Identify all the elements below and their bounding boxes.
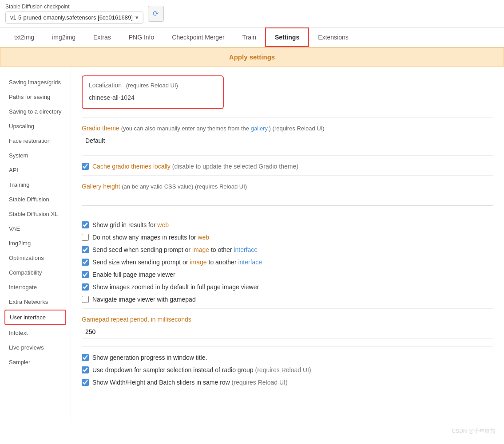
localization-label: Localization (requires Reload UI) <box>89 82 217 89</box>
gradio-theme-setting: Gradio theme (you can also manually ente… <box>82 125 493 147</box>
refresh-button[interactable]: ⟳ <box>148 6 164 22</box>
use-dropdown-sampler-row: Use dropdown for sampler selection inste… <box>82 366 493 373</box>
navigate-gamepad-row: Navigate image viewer with gamepad <box>82 296 493 303</box>
do-not-show-label[interactable]: Do not show any images in results for we… <box>92 234 209 241</box>
show-generation-progress-row: Show generation progress in window title… <box>82 354 493 361</box>
show-grid-checkbox[interactable] <box>82 221 89 228</box>
divider-3 <box>82 175 493 176</box>
show-generation-progress-checkbox[interactable] <box>82 354 89 361</box>
show-generation-progress-label[interactable]: Show generation progress in window title… <box>92 354 207 361</box>
cache-gradio-label[interactable]: Cache gradio themes locally (disable to … <box>92 163 298 170</box>
divider-6 <box>82 346 493 347</box>
send-size-label[interactable]: Send size when sending prompt or image t… <box>92 259 262 266</box>
sidebar-item-paths-for-saving[interactable]: Paths for saving <box>4 90 66 104</box>
tab-extras[interactable]: Extras <box>84 28 120 46</box>
tab-txt2img[interactable]: txt2img <box>5 28 43 46</box>
sidebar-item-vae[interactable]: VAE <box>4 222 66 236</box>
sidebar-item-compatibility[interactable]: Compatibility <box>4 266 66 279</box>
sidebar-item-saving-to-directory[interactable]: Saving to a directory <box>4 105 66 118</box>
navigate-gamepad-label[interactable]: Navigate image viewer with gamepad <box>92 296 196 303</box>
sidebar-item-live-previews[interactable]: Live previews <box>4 341 66 354</box>
sidebar-item-stable-diffusion-xl[interactable]: Stable Diffusion XL <box>4 207 66 221</box>
tab-img2img[interactable]: img2img <box>43 28 84 46</box>
use-dropdown-sampler-label[interactable]: Use dropdown for sampler selection inste… <box>92 366 311 373</box>
sidebar-item-face-restoration[interactable]: Face restoration <box>4 134 66 148</box>
sidebar-item-upscaling[interactable]: Upscaling <box>4 119 66 133</box>
checkpoint-value: v1-5-pruned-emaonly.safetensors [6ce0161… <box>10 14 133 21</box>
enable-full-page-label[interactable]: Enable full page image viewer <box>92 271 175 278</box>
gallery-height-label: Gallery height (an be any valid CSS valu… <box>82 183 493 190</box>
do-not-show-row: Do not show any images in results for we… <box>82 234 493 241</box>
sidebar-item-extra-networks[interactable]: Extra Networks <box>4 295 66 309</box>
chevron-down-icon: ▾ <box>135 14 139 21</box>
divider-1 <box>82 117 493 118</box>
gamepad-repeat-label: Gamepad repeat period, in milliseconds <box>82 316 493 323</box>
cache-gradio-row: Cache gradio themes locally (disable to … <box>82 163 493 170</box>
sidebar-item-api[interactable]: API <box>4 163 66 177</box>
show-zoomed-row: Show images zoomed in by default in full… <box>82 283 493 291</box>
nav-tabs: txt2img img2img Extras PNG Info Checkpoi… <box>0 28 504 47</box>
gamepad-repeat-setting: Gamepad repeat period, in milliseconds <box>82 316 493 338</box>
do-not-show-checkbox[interactable] <box>82 234 89 241</box>
sidebar-item-optimizations[interactable]: Optimizations <box>4 251 66 265</box>
sidebar-item-sampler[interactable]: Sampler <box>4 355 66 369</box>
checkpoint-select[interactable]: v1-5-pruned-emaonly.safetensors [6ce0161… <box>5 12 143 24</box>
settings-content: Localization (requires Reload UI) chines… <box>71 67 504 421</box>
divider-2 <box>82 155 493 156</box>
gradio-theme-label: Gradio theme (you can also manually ente… <box>82 125 493 132</box>
gamepad-repeat-input[interactable] <box>82 326 493 338</box>
cache-gradio-checkbox[interactable] <box>82 163 89 170</box>
sidebar-item-system[interactable]: System <box>4 149 66 162</box>
enable-full-page-checkbox[interactable] <box>82 271 89 278</box>
send-seed-row: Send seed when sending prompt or image t… <box>82 246 493 253</box>
tab-checkpoint-merger[interactable]: Checkpoint Merger <box>163 28 233 46</box>
main-layout: Saving images/grids Paths for saving Sav… <box>0 67 504 421</box>
sidebar: Saving images/grids Paths for saving Sav… <box>0 67 71 421</box>
sidebar-item-user-interface[interactable]: User interface <box>4 310 66 325</box>
tab-extensions[interactable]: Extensions <box>309 28 357 46</box>
use-dropdown-sampler-checkbox[interactable] <box>82 366 89 373</box>
send-seed-label[interactable]: Send seed when sending prompt or image t… <box>92 246 258 253</box>
show-zoomed-checkbox[interactable] <box>82 283 89 291</box>
send-size-row: Send size when sending prompt or image t… <box>82 259 493 266</box>
apply-settings-banner[interactable]: Apply settings <box>0 47 504 67</box>
show-width-height-label[interactable]: Show Width/Height and Batch sliders in s… <box>92 379 288 386</box>
divider-4 <box>82 214 493 214</box>
refresh-icon: ⟳ <box>153 9 159 18</box>
show-width-height-row: Show Width/Height and Batch sliders in s… <box>82 379 493 386</box>
localization-value: chinese-all-1024 <box>89 92 217 103</box>
show-grid-row: Show grid in results for web <box>82 221 493 228</box>
tab-settings[interactable]: Settings <box>265 28 309 47</box>
sidebar-item-saving-images[interactable]: Saving images/grids <box>4 75 66 89</box>
gallery-height-input[interactable] <box>82 193 493 206</box>
show-zoomed-label[interactable]: Show images zoomed in by default in full… <box>92 283 259 291</box>
send-size-checkbox[interactable] <box>82 259 89 266</box>
divider-5 <box>82 308 493 309</box>
show-width-height-checkbox[interactable] <box>82 379 89 386</box>
tab-train[interactable]: Train <box>234 28 265 46</box>
send-seed-checkbox[interactable] <box>82 246 89 253</box>
apply-settings-label: Apply settings <box>229 53 275 61</box>
gradio-theme-input[interactable] <box>82 134 493 147</box>
gallery-link[interactable]: gallery <box>251 125 267 132</box>
enable-full-page-row: Enable full page image viewer <box>82 271 493 278</box>
localization-setting: Localization (requires Reload UI) chines… <box>82 75 493 109</box>
gallery-height-setting: Gallery height (an be any valid CSS valu… <box>82 183 493 206</box>
sidebar-item-img2img[interactable]: img2img <box>4 236 66 250</box>
sidebar-item-training[interactable]: Training <box>4 178 66 192</box>
top-bar: Stable Diffusion checkpoint v1-5-pruned-… <box>0 0 504 28</box>
sidebar-item-interrogate[interactable]: Interrogate <box>4 280 66 294</box>
sidebar-item-stable-diffusion[interactable]: Stable Diffusion <box>4 193 66 206</box>
sidebar-item-infotext[interactable]: Infotext <box>4 326 66 340</box>
tab-png-info[interactable]: PNG Info <box>120 28 163 46</box>
localization-box: Localization (requires Reload UI) chines… <box>82 75 224 109</box>
checkpoint-label: Stable Diffusion checkpoint <box>5 4 143 10</box>
show-grid-label[interactable]: Show grid in results for web <box>92 221 169 228</box>
navigate-gamepad-checkbox[interactable] <box>82 296 89 303</box>
